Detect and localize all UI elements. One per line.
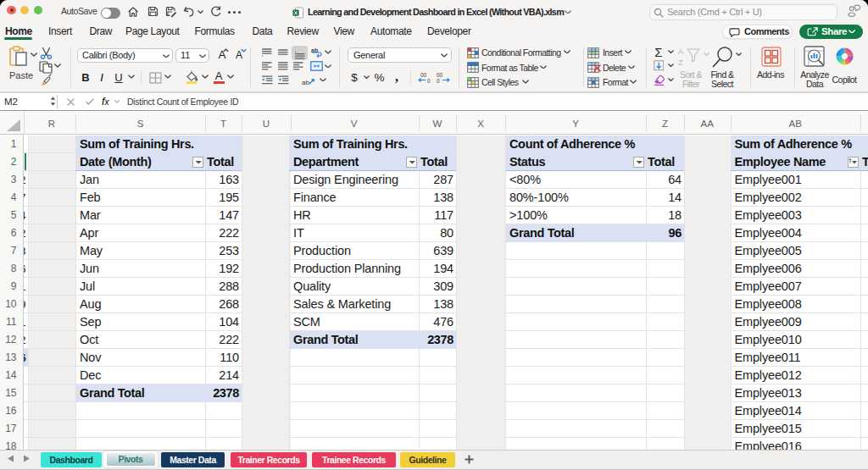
svg-text:ab: ab: [302, 79, 309, 86]
svg-text:Z: Z: [678, 58, 683, 67]
svg-text:A: A: [678, 47, 683, 56]
svg-text:0: 0: [427, 78, 431, 84]
svg-text:0: 0: [437, 78, 440, 84]
svg-text:00: 00: [420, 72, 427, 78]
